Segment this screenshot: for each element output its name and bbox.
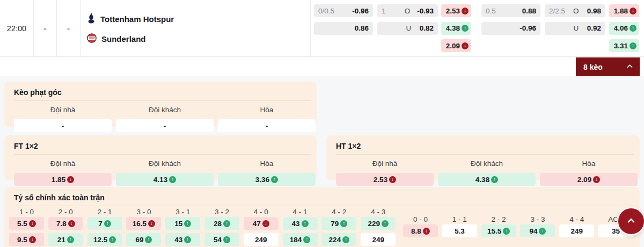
odds-cell[interactable]: 4.38 [441, 22, 471, 35]
odds-cell[interactable]: 224 [321, 233, 356, 246]
odds-value: 0.92 [587, 24, 601, 32]
divider [14, 100, 311, 101]
odds-cell[interactable]: 3.36 [218, 173, 316, 186]
odds-count-toggle[interactable]: 8 kèo [576, 57, 640, 76]
odds-value: 2.53 [446, 7, 460, 15]
odds-cell[interactable]: 4.38 [438, 173, 536, 186]
odds-value: 4.38 [475, 176, 489, 184]
arrow-up-icon [382, 220, 389, 227]
away-team-row[interactable]: Sunderland [87, 33, 174, 45]
divider [80, 0, 81, 57]
odds-value: 12.5 [93, 236, 107, 244]
odds-cell[interactable]: 5.5 [9, 217, 44, 230]
odds-cell[interactable]: 28 [204, 217, 239, 230]
odds-cell[interactable]: 0/0.5 -0.96 [314, 4, 373, 17]
odds-value: 7 [98, 220, 103, 228]
home-team-row[interactable]: Tottenham Hotspur [87, 12, 174, 25]
odds-cell[interactable]: - [218, 119, 316, 132]
odds-cell[interactable]: 5.3 [442, 224, 477, 237]
odds-value: 79 [331, 220, 339, 228]
odds-cell[interactable]: 249 [361, 233, 396, 246]
odds-value: 229 [368, 220, 380, 228]
under-label: U [572, 24, 580, 32]
odds-cell[interactable]: 54 [204, 233, 239, 246]
arrow-up-icon [169, 176, 176, 183]
sunderland-logo-icon [87, 33, 97, 45]
odds-cell[interactable]: 0.5 0.88 [481, 4, 540, 17]
odds-cell[interactable]: U 0.92 [545, 22, 605, 35]
home-header: Đội nhà [14, 158, 112, 169]
odds-cell[interactable]: 4.06 [609, 22, 639, 35]
odds-cell[interactable]: 229 [361, 217, 396, 230]
odds-cell[interactable]: 249 [244, 233, 279, 246]
odds-value: 1.88 [614, 7, 628, 15]
odds-cell[interactable]: 2.53 [336, 173, 434, 186]
odds-value: - [164, 122, 166, 130]
arrow-up-icon [342, 236, 349, 243]
odds-cell[interactable]: 0.86 [314, 22, 373, 35]
odds-cell[interactable]: 2.09 [441, 39, 471, 52]
odds-cell[interactable]: 1.88 [609, 4, 639, 17]
draw-header: Hòa [540, 158, 638, 169]
odds-value: 184 [290, 236, 302, 244]
odds-value: 5.3 [455, 227, 465, 235]
score-label: 4 - 0 [244, 206, 279, 217]
odds-cell[interactable]: 2/2.5 O 0.98 [545, 4, 605, 17]
odds-cell[interactable]: 21 [48, 233, 83, 246]
divider [56, 0, 57, 57]
odds-cell[interactable]: 69 [126, 233, 161, 246]
score-label: 4 - 2 [321, 206, 356, 217]
odds-cell[interactable]: 2.09 [540, 173, 638, 186]
scroll-top-button[interactable] [618, 208, 644, 234]
odds-cell[interactable]: 7 [87, 217, 122, 230]
odds-cell[interactable]: -0.96 [481, 22, 540, 35]
odds-value: 3.36 [255, 176, 269, 184]
odds-value: 0.88 [522, 7, 536, 15]
panel-title: FT 1×2 [10, 141, 311, 150]
odds-cell[interactable]: 47 [244, 217, 279, 230]
odds-value: 28 [214, 220, 222, 228]
odds-cell[interactable]: - [116, 119, 214, 132]
odds-cell[interactable]: 184 [283, 233, 318, 246]
odds-cell[interactable]: - [14, 119, 112, 132]
score-label: 3 - 3 [520, 214, 555, 224]
odds-value: 0.86 [355, 24, 369, 32]
score-label: 1 - 0 [9, 206, 44, 217]
odds-cell[interactable]: 9.5 [9, 233, 44, 246]
odds-cell[interactable]: 15.5 [481, 224, 516, 237]
odds-cell[interactable]: 1.85 [14, 173, 112, 186]
away-header: Đội khách [116, 104, 214, 115]
arrow-down-icon [68, 220, 75, 227]
ht-ou-column: 2/2.5 O 0.98 U 0.92 [545, 4, 605, 35]
odds-cell[interactable]: U 0.82 [377, 22, 438, 35]
odds-value: 15.5 [487, 227, 501, 235]
away-header: Đội khách [438, 158, 536, 169]
odds-cell[interactable]: 2.53 [441, 4, 471, 17]
odds-cell[interactable]: 1 O -0.93 [377, 4, 438, 17]
odds-cell[interactable]: 94 [520, 224, 555, 237]
odds-cell[interactable]: 3.31 [609, 39, 639, 52]
ht-1x2-column: 1.88 4.06 3.31 [609, 4, 639, 52]
under-label: U [404, 24, 413, 32]
odds-cell[interactable]: 43 [283, 217, 318, 230]
arrow-down-icon [262, 220, 269, 227]
away-header: Đội khách [116, 158, 214, 169]
odds-value: 69 [135, 236, 143, 244]
arrow-up-icon [223, 236, 230, 243]
odds-cell[interactable]: 7.8 [48, 217, 83, 230]
odds-cell[interactable]: 43 [165, 233, 200, 246]
odds-cell[interactable]: 8.8 [403, 224, 438, 237]
odds-value: 4.06 [614, 24, 628, 32]
odds-cell[interactable]: 4.13 [116, 173, 214, 186]
odds-cell[interactable]: 249 [559, 224, 594, 237]
odds-cell[interactable]: 15 [165, 217, 200, 230]
ht-handicap-column: 0.5 0.88 -0.96 [481, 4, 540, 35]
odds-value: 7.8 [56, 220, 67, 228]
odds-value: 249 [372, 236, 384, 244]
odds-cell[interactable]: 79 [321, 217, 356, 230]
arrow-down-icon [593, 176, 600, 183]
odds-value: 5.5 [17, 220, 27, 228]
odds-cell[interactable]: 12.5 [87, 233, 122, 246]
odds-cell[interactable]: 16.5 [126, 217, 161, 230]
over-label: O [403, 7, 412, 15]
